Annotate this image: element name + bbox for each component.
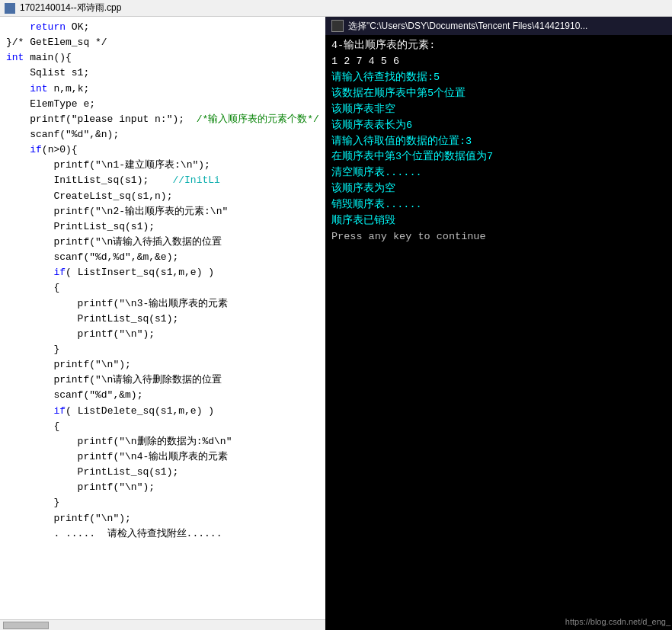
title-bar: 1702140014--邓诗雨.cpp — [0, 0, 672, 17]
code-line: return OK; — [6, 20, 333, 35]
code-line: printf("\n1-建立顺序表:\n"); — [6, 158, 333, 173]
code-line: InitList_sq(s1); //InitLi — [6, 173, 333, 188]
terminal-line: 1 2 7 4 5 6 — [331, 54, 666, 70]
watermark: https://blog.csdn.net/d_eng_ — [565, 616, 670, 628]
terminal-panel[interactable]: 选择"C:\Users\DSY\Documents\Tencent Files\… — [325, 17, 672, 630]
code-line: printf("\n请输入待删除数据的位置 — [6, 373, 333, 388]
code-line: } — [6, 495, 333, 510]
code-content: return OK;}/* GetElem_sq */int main(){ S… — [0, 17, 339, 545]
terminal-line: 请输入待取值的数据的位置:3 — [331, 134, 666, 150]
title-bar-text: 1702140014--邓诗雨.cpp — [20, 2, 121, 14]
code-line: }/* GetElem_sq */ — [6, 35, 333, 50]
code-line: printf("\n"); — [6, 357, 333, 373]
code-line: printf("\n"); — [6, 480, 333, 495]
terminal-line: 销毁顺序表...... — [331, 197, 666, 213]
code-line: scanf("%d",&n); — [6, 127, 333, 142]
code-line: ElemType e; — [6, 97, 333, 112]
horizontal-scrollbar[interactable] — [3, 622, 49, 629]
code-line: { — [6, 280, 333, 296]
terminal-line: 该顺序表表长为6 — [331, 118, 666, 134]
code-line: if(n>0){ — [6, 142, 333, 158]
terminal-line: 清空顺序表...... — [331, 165, 666, 181]
file-icon — [5, 3, 15, 14]
terminal-line: 4-输出顺序表的元素: — [331, 38, 666, 54]
terminal-title-bar: 选择"C:\Users\DSY\Documents\Tencent Files\… — [325, 17, 672, 35]
code-line: PrintList_sq(s1); — [6, 465, 333, 480]
code-line: { — [6, 419, 333, 434]
terminal-content: 4-输出顺序表的元素:1 2 7 4 5 6请输入待查找的数据:5该数据在顺序表… — [325, 35, 672, 248]
code-line: if( ListDelete_sq(s1,m,e) ) — [6, 404, 333, 419]
code-line: if( ListInsert_sq(s1,m,e) ) — [6, 265, 333, 280]
code-line: printf("\n3-输出顺序表的元素 — [6, 296, 333, 312]
code-line: printf("\n4-输出顺序表的元素 — [6, 449, 333, 465]
code-line: PrintList_sq(s1); — [6, 219, 333, 235]
code-line: printf("\n请输入待插入数据的位置 — [6, 235, 333, 250]
terminal-line: 在顺序表中第3个位置的数据值为7 — [331, 149, 666, 165]
code-line: int main(){ — [6, 50, 333, 66]
code-line: printf("\n删除的数据为:%d\n" — [6, 434, 333, 449]
code-line: printf("\n2-输出顺序表的元素:\n" — [6, 204, 333, 219]
code-line: int n,m,k; — [6, 82, 333, 97]
terminal-line: 该数据在顺序表中第5个位置 — [331, 86, 666, 102]
code-line: printf("\n"); — [6, 511, 333, 526]
terminal-title-text: 选择"C:\Users\DSY\Documents\Tencent Files\… — [348, 19, 587, 34]
code-line: printf("\n"); — [6, 327, 333, 342]
code-line: scanf("%d,%d",&m,&e); — [6, 250, 333, 265]
code-line: PrintList_sq(s1); — [6, 312, 333, 327]
terminal-line: 顺序表已销毁 — [331, 213, 666, 229]
code-line: } — [6, 342, 333, 357]
terminal-line: 请输入待查找的数据:5 — [331, 70, 666, 86]
terminal-line: 该顺序表非空 — [331, 102, 666, 118]
code-line: printf("please input n:"); /*输入顺序表的元素个数*… — [6, 112, 333, 127]
terminal-line: Press any key to continue — [331, 229, 666, 245]
code-panel[interactable]: return OK;}/* GetElem_sq */int main(){ S… — [0, 17, 339, 630]
code-line: CreateList_sq(s1,n); — [6, 189, 333, 204]
terminal-line: 该顺序表为空 — [331, 181, 666, 197]
code-line: Sqlist s1; — [6, 66, 333, 81]
code-line: . ..... 请检入待查找附丝...... — [6, 526, 333, 542]
code-line: scanf("%d",&m); — [6, 388, 333, 403]
